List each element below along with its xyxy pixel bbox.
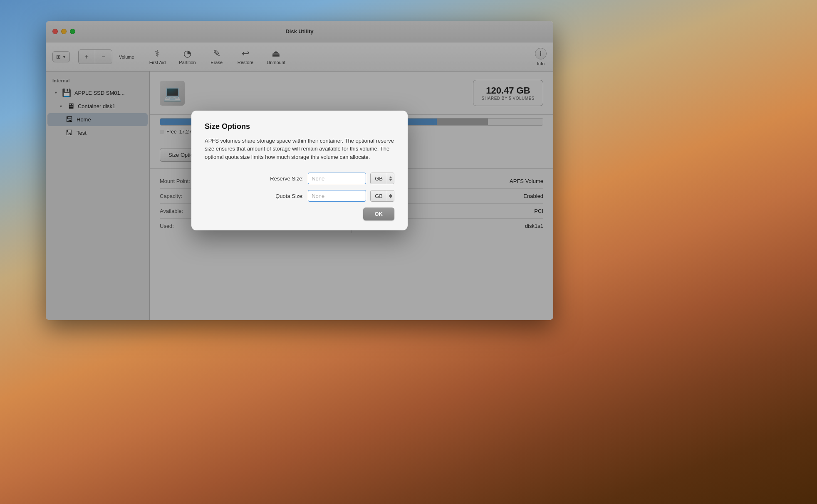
reserve-size-input[interactable]	[308, 173, 366, 184]
modal-description: APFS volumes share storage space within …	[205, 137, 394, 161]
reserve-size-label: Reserve Size:	[254, 175, 304, 182]
reserve-unit-select[interactable]: GB	[370, 173, 394, 184]
reserve-unit-stepper[interactable]	[387, 173, 394, 184]
quota-unit-up-arrow	[389, 194, 392, 196]
quota-size-label: Quota Size:	[254, 193, 304, 199]
quota-unit-label: GB	[371, 190, 387, 201]
modal-ok-button[interactable]: OK	[363, 208, 395, 220]
quota-unit-stepper[interactable]	[387, 190, 394, 201]
quota-unit-down-arrow	[389, 196, 392, 198]
quota-unit-select[interactable]: GB	[370, 190, 394, 202]
modal-title: Size Options	[205, 122, 394, 131]
reserve-unit-down-arrow	[389, 179, 392, 181]
quota-size-input[interactable]	[308, 190, 366, 202]
modal-overlay: Size Options APFS volumes share storage …	[46, 21, 553, 320]
reserve-unit-label: GB	[371, 173, 387, 184]
reserve-unit-up-arrow	[389, 176, 392, 178]
size-options-modal: Size Options APFS volumes share storage …	[191, 111, 408, 231]
reserve-size-row: Reserve Size: GB	[205, 173, 394, 184]
quota-size-row: Quota Size: GB	[205, 190, 394, 202]
modal-footer: OK	[205, 208, 394, 220]
disk-utility-window: Disk Utility ⊞ ▼ ＋ － Volume ⚕ First Aid …	[46, 21, 553, 320]
